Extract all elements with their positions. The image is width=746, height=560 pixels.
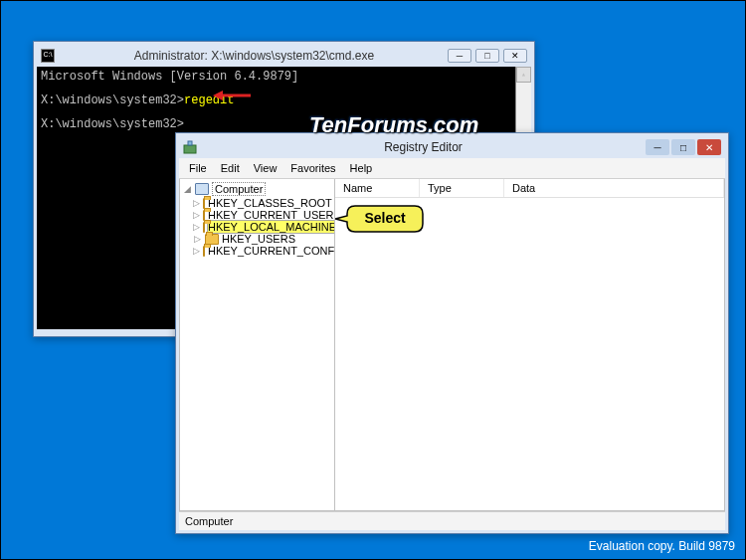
tree-item-hkcc[interactable]: ▷ HKEY_CURRENT_CONFIG	[192, 245, 332, 257]
computer-icon	[195, 183, 209, 195]
cmd-titlebar[interactable]: C:\ Administrator: X:\windows\system32\c…	[37, 45, 531, 67]
menu-edit[interactable]: Edit	[215, 160, 246, 176]
cmd-output-line: Microsoft Windows [Version 6.4.9879]	[41, 69, 527, 85]
menu-view[interactable]: View	[248, 160, 283, 176]
expand-icon[interactable]: ▷	[193, 199, 200, 208]
menu-file[interactable]: File	[183, 160, 213, 176]
expand-icon[interactable]: ▷	[193, 247, 200, 256]
cmd-prompt-line: X:\windows\system32>	[41, 116, 527, 132]
maximize-button[interactable]: □	[671, 139, 695, 155]
tree-item-hkcu[interactable]: ▷ HKEY_CURRENT_USER	[192, 209, 332, 221]
regedit-window-title: Registry Editor	[203, 140, 644, 154]
regedit-icon	[183, 140, 197, 154]
minimize-button[interactable]: ─	[448, 49, 471, 63]
scroll-up-icon[interactable]: ▴	[516, 67, 531, 83]
regedit-titlebar[interactable]: Registry Editor ─ □ ✕	[179, 136, 725, 158]
cmd-typed-command: regedit	[184, 93, 234, 107]
tree-item-hklm[interactable]: ▷ HKEY_LOCAL_MACHINE	[192, 221, 332, 233]
folder-icon	[203, 222, 205, 233]
cmd-window-title: Administrator: X:\windows\system32\cmd.e…	[61, 49, 448, 63]
minimize-button[interactable]: ─	[646, 139, 669, 155]
column-header-type[interactable]: Type	[420, 179, 504, 197]
regedit-window: Registry Editor ─ □ ✕ File Edit View Fav…	[175, 132, 729, 534]
evaluation-watermark: Evaluation copy. Build 9879	[589, 539, 735, 553]
regedit-statusbar: Computer	[179, 511, 725, 530]
expand-icon[interactable]: ▷	[193, 223, 200, 232]
menu-favorites[interactable]: Favorites	[284, 160, 341, 176]
svg-rect-3	[188, 141, 192, 145]
close-button[interactable]: ✕	[697, 139, 721, 155]
column-header-data[interactable]: Data	[504, 179, 724, 197]
regedit-tree-panel: ◢ Computer ▷ HKEY_CLASSES_ROOT ▷ HKEY_CU…	[180, 179, 335, 510]
tree-item-hkcr[interactable]: ▷ HKEY_CLASSES_ROOT	[192, 197, 332, 209]
regedit-menubar: File Edit View Favorites Help	[179, 158, 725, 179]
list-body-empty	[335, 198, 724, 510]
menu-help[interactable]: Help	[344, 160, 379, 176]
close-button[interactable]: ✕	[503, 49, 527, 63]
svg-rect-2	[184, 145, 196, 153]
list-header-row: Name Type Data	[335, 179, 724, 198]
collapse-icon[interactable]: ◢	[183, 185, 192, 194]
folder-icon	[203, 246, 205, 257]
column-header-name[interactable]: Name	[335, 179, 420, 197]
regedit-list-panel: Name Type Data	[335, 179, 724, 510]
expand-icon[interactable]: ▷	[193, 235, 202, 244]
tree-item-hku[interactable]: ▷ HKEY_USERS	[192, 233, 332, 245]
expand-icon[interactable]: ▷	[193, 211, 200, 220]
maximize-button[interactable]: □	[475, 49, 499, 63]
cmd-prompt-line: X:\windows\system32>regedit	[41, 93, 527, 108]
cmd-icon: C:\	[41, 49, 55, 63]
